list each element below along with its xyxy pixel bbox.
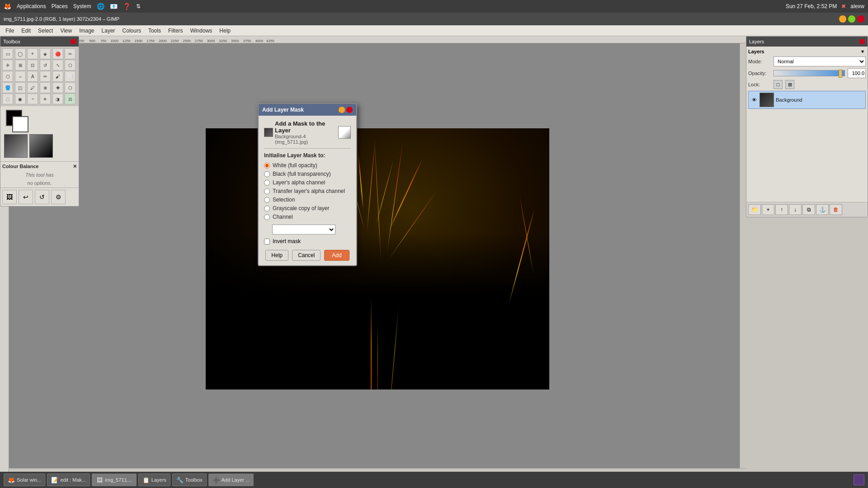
colour-balance-close[interactable]: ✕ [73, 164, 77, 169]
tool-dodge[interactable]: ☀ [40, 94, 51, 104]
tool-eraser[interactable]: ⬜ [65, 71, 75, 82]
dialog-close-button[interactable] [346, 107, 353, 113]
tool-pencil[interactable]: ✏ [40, 71, 51, 82]
menu-layer[interactable]: Layer [98, 27, 119, 35]
tool-move[interactable]: ✛ [2, 60, 13, 70]
option-alpha[interactable]: Layer's alpha channel [264, 179, 351, 186]
delete-layer-button[interactable]: 🗑 [830, 204, 842, 215]
tool-perspective[interactable]: ⬡ [2, 71, 13, 82]
tool-sharpen[interactable]: ◉ [15, 94, 26, 104]
layers-close-button[interactable] [859, 39, 865, 44]
channel-dropdown[interactable] [272, 225, 335, 235]
layer-item-background[interactable]: 👁 Background [748, 91, 866, 109]
layers-panel-options[interactable]: ▾ [859, 48, 866, 55]
preferences-button[interactable]: ⚙ [51, 190, 66, 204]
dialog-minimize-button[interactable] [339, 107, 345, 113]
tool-flip[interactable]: ↔ [15, 71, 26, 82]
menu-image[interactable]: Image [75, 27, 98, 35]
tool-ink[interactable]: 🖊 [27, 82, 38, 93]
taskbar-item-toolbox[interactable]: 🔧 Toolbox [172, 474, 207, 486]
layer-visibility-icon[interactable]: 👁 [750, 96, 758, 103]
tool-paintbrush[interactable]: 🖌 [52, 71, 63, 82]
opacity-handle[interactable] [839, 70, 842, 78]
cancel-button[interactable]: Cancel [292, 250, 321, 261]
vertical-scrollbar[interactable] [740, 43, 746, 468]
taskbar-item-edit[interactable]: 📝 edit : Mak... [47, 474, 90, 486]
tool-fg-select[interactable]: 🔴 [52, 48, 63, 59]
menu-places[interactable]: Places [52, 3, 68, 9]
tool-ellipse-select[interactable]: ◯ [15, 48, 26, 59]
radio-grayscale[interactable] [264, 206, 270, 211]
radio-black[interactable] [264, 171, 270, 177]
tool-perspective-clone[interactable]: ⬡ [65, 82, 75, 93]
lower-layer-button[interactable]: ↓ [789, 204, 802, 215]
taskbar-item-solar[interactable]: 🦊 Solar win... [4, 474, 45, 486]
tool-align[interactable]: ⊞ [15, 60, 26, 70]
new-layer-group-button[interactable]: 📁 [748, 204, 761, 215]
duplicate-layer-button[interactable]: ⧉ [802, 204, 815, 215]
close-button[interactable] [857, 15, 864, 23]
menu-file[interactable]: File [2, 27, 18, 35]
anchor-layer-button[interactable]: ⚓ [816, 204, 829, 215]
menu-applications[interactable]: Applications [17, 3, 46, 9]
taskbar-item-addlayer[interactable]: ➕ Add Layer ... [208, 474, 254, 486]
menu-system[interactable]: System [73, 3, 91, 9]
opacity-value-input[interactable] [848, 68, 866, 78]
tool-free-select[interactable]: ⌖ [27, 48, 38, 59]
add-button[interactable]: Add [324, 250, 349, 261]
tool-smudge[interactable]: ~ [27, 94, 38, 104]
gradient-preview[interactable] [29, 134, 53, 158]
taskbar-item-layers[interactable]: 📋 Layers [138, 474, 170, 486]
tool-desaturate[interactable]: ◑ [52, 94, 63, 104]
background-color[interactable] [12, 116, 28, 132]
opacity-slider[interactable] [774, 70, 845, 76]
tool-scissors[interactable]: ✂ [65, 48, 75, 59]
taskbar-item-img[interactable]: 🖼 img_5711.... [92, 474, 137, 486]
tool-clone[interactable]: ⊕ [40, 82, 51, 93]
option-channel[interactable]: Channel [264, 214, 351, 220]
tool-color-balance[interactable]: ⚖ [65, 94, 75, 104]
layers-mode-select[interactable]: Normal [774, 56, 866, 66]
toolbox-close-button[interactable] [71, 39, 76, 44]
radio-transfer[interactable] [264, 188, 270, 194]
tool-crop[interactable]: ⊡ [27, 60, 38, 70]
tool-text[interactable]: A [27, 71, 38, 82]
radio-alpha[interactable] [264, 180, 270, 186]
tool-scale[interactable]: ⤡ [52, 60, 63, 70]
menu-select[interactable]: Select [34, 27, 57, 35]
tool-rect-select[interactable]: ▭ [2, 48, 13, 59]
taskbar-notification-button[interactable] [854, 474, 864, 485]
option-grayscale[interactable]: Grayscale copy of layer [264, 205, 351, 211]
tool-rotate[interactable]: ↺ [40, 60, 51, 70]
tool-blur[interactable]: ◌ [2, 94, 13, 104]
radio-selection[interactable] [264, 197, 270, 203]
option-transfer[interactable]: Transfer layer's alpha channel [264, 188, 351, 194]
menu-view[interactable]: View [57, 27, 75, 35]
radio-white[interactable] [264, 163, 270, 169]
raise-layer-button[interactable]: ↑ [775, 204, 788, 215]
option-white[interactable]: White (full opacity) [264, 162, 351, 169]
menu-tools[interactable]: Tools [145, 27, 165, 35]
invert-mask-checkbox[interactable] [264, 239, 270, 244]
menu-filters[interactable]: Filters [165, 27, 187, 35]
menu-edit[interactable]: Edit [18, 27, 34, 35]
menu-help[interactable]: Help [216, 27, 234, 35]
minimize-button[interactable] [839, 15, 846, 23]
undo-button[interactable]: ↩ [19, 190, 33, 204]
maximize-button[interactable] [848, 15, 855, 23]
new-layer-button[interactable]: + [762, 204, 774, 215]
tool-blend[interactable]: ◫ [15, 82, 26, 93]
lock-pixels-button[interactable]: □ [774, 80, 783, 89]
tool-shear[interactable]: ⬡ [65, 60, 75, 70]
tool-fuzzy-select[interactable]: ◈ [40, 48, 51, 59]
lock-position-button[interactable]: ⊞ [785, 80, 794, 89]
help-button[interactable]: Help [265, 250, 288, 261]
tool-heal[interactable]: ✚ [52, 82, 63, 93]
menu-windows[interactable]: Windows [187, 27, 216, 35]
new-image-button[interactable]: 🖼 [2, 190, 17, 204]
radio-channel[interactable] [264, 214, 270, 220]
option-black[interactable]: Black (full transparency) [264, 171, 351, 177]
redo-button[interactable]: ↺ [35, 190, 49, 204]
option-selection[interactable]: Selection [264, 197, 351, 203]
menu-colours[interactable]: Colours [119, 27, 145, 35]
